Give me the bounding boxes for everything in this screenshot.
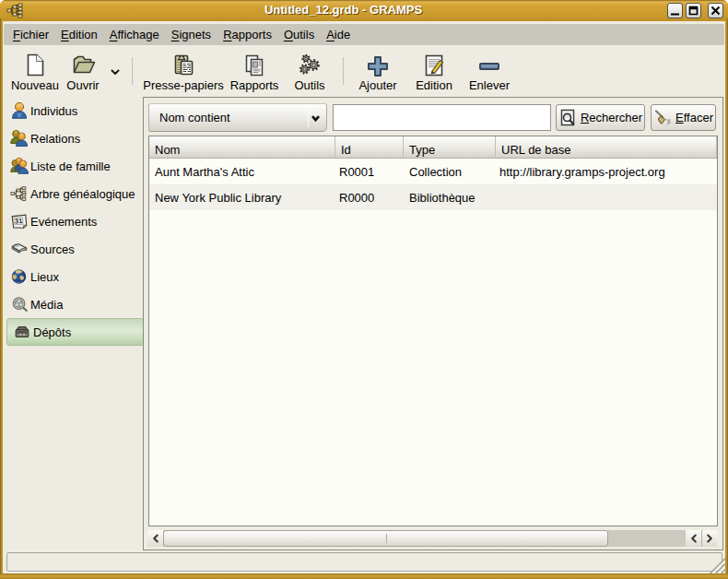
svg-text:31: 31 xyxy=(15,217,24,225)
